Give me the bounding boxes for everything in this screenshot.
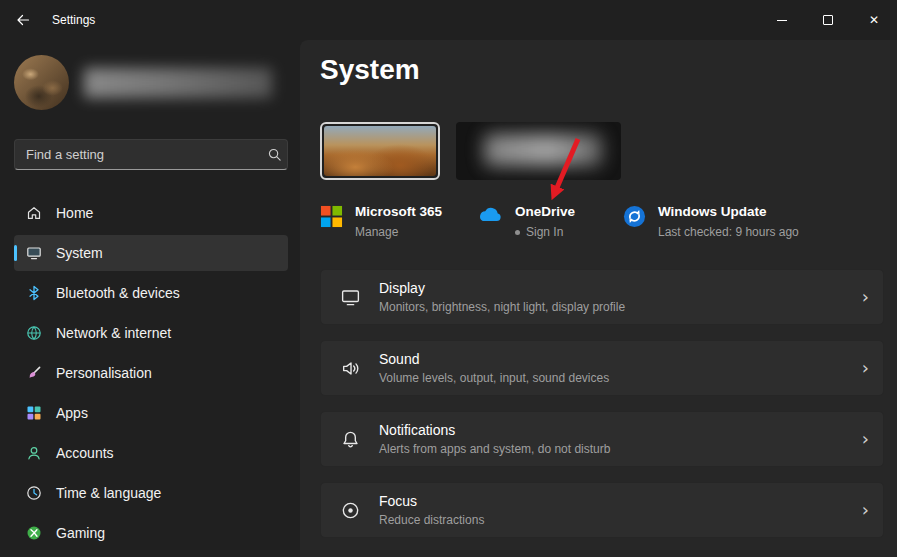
time-language-icon — [26, 485, 42, 501]
sidebar-item-home[interactable]: Home — [14, 195, 288, 231]
bluetooth-icon — [26, 285, 42, 301]
back-button[interactable] — [6, 5, 40, 35]
quick-card-subtitle: Last checked: 9 hours ago — [658, 225, 799, 239]
sound-icon — [339, 357, 361, 379]
sidebar-item-label: Bluetooth & devices — [56, 285, 180, 301]
chevron-right-icon: › — [862, 359, 869, 377]
quick-cards: Microsoft 365 Manage OneDrive Sign In — [320, 204, 884, 239]
back-arrow-icon — [16, 13, 30, 27]
personalisation-icon — [26, 365, 42, 381]
titlebar: Settings ✕ — [0, 0, 897, 40]
sidebar-item-personalisation[interactable]: Personalisation — [14, 355, 288, 391]
sidebar-item-apps[interactable]: Apps — [14, 395, 288, 431]
window-title: Settings — [52, 13, 95, 27]
sidebar-item-label: Network & internet — [56, 325, 171, 341]
row-title: Notifications — [379, 422, 610, 438]
row-title: Display — [379, 280, 625, 296]
quick-card-title: OneDrive — [515, 204, 575, 219]
quick-card-microsoft-365[interactable]: Microsoft 365 Manage — [320, 204, 476, 239]
user-account-button[interactable] — [14, 55, 288, 110]
windows-update-icon — [623, 205, 646, 228]
device-header — [320, 122, 884, 180]
sidebar: Home System Bluetooth & devices — [0, 40, 300, 557]
onedrive-icon — [476, 205, 503, 223]
row-subtitle: Monitors, brightness, night light, displ… — [379, 300, 625, 314]
row-subtitle: Volume levels, output, input, sound devi… — [379, 371, 609, 385]
microsoft-365-icon — [320, 205, 343, 228]
row-title: Sound — [379, 351, 609, 367]
accounts-icon — [26, 445, 42, 461]
sidebar-item-system[interactable]: System — [14, 235, 288, 271]
sidebar-nav: Home System Bluetooth & devices — [14, 195, 288, 551]
sidebar-item-gaming[interactable]: Gaming — [14, 515, 288, 551]
quick-card-onedrive[interactable]: OneDrive Sign In — [476, 204, 623, 239]
display-icon — [339, 286, 361, 308]
settings-row-display[interactable]: Display Monitors, brightness, night ligh… — [320, 269, 884, 325]
row-title: Focus — [379, 493, 484, 509]
sidebar-item-label: Accounts — [56, 445, 114, 461]
settings-rows: Display Monitors, brightness, night ligh… — [320, 269, 884, 538]
settings-row-notifications[interactable]: Notifications Alerts from apps and syste… — [320, 411, 884, 467]
search-box — [14, 139, 288, 170]
maximize-icon — [823, 15, 833, 25]
sidebar-item-label: Personalisation — [56, 365, 152, 381]
sidebar-item-network-internet[interactable]: Network & internet — [14, 315, 288, 351]
page-title: System — [320, 54, 884, 86]
minimize-icon — [777, 20, 787, 21]
quick-card-windows-update[interactable]: Windows Update Last checked: 9 hours ago — [623, 204, 799, 239]
home-icon — [26, 205, 42, 221]
sidebar-item-bluetooth-devices[interactable]: Bluetooth & devices — [14, 275, 288, 311]
device-name-card — [456, 122, 621, 180]
notifications-icon — [339, 428, 361, 450]
row-subtitle: Reduce distractions — [379, 513, 484, 527]
settings-row-sound[interactable]: Sound Volume levels, output, input, soun… — [320, 340, 884, 396]
sidebar-item-label: System — [56, 245, 103, 261]
device-name-redacted — [484, 134, 602, 166]
quick-card-title: Windows Update — [658, 204, 799, 219]
sidebar-item-label: Home — [56, 205, 93, 221]
focus-icon — [339, 499, 361, 521]
device-preview-card — [320, 122, 440, 180]
search-icon[interactable] — [261, 147, 287, 162]
quick-card-subtitle[interactable]: Manage — [355, 225, 398, 239]
window-controls: ✕ — [759, 0, 897, 40]
minimize-button[interactable] — [759, 0, 805, 40]
maximize-button[interactable] — [805, 0, 851, 40]
search-input[interactable] — [15, 140, 261, 169]
avatar — [14, 55, 69, 110]
close-icon: ✕ — [869, 13, 879, 27]
sidebar-item-time-language[interactable]: Time & language — [14, 475, 288, 511]
device-wallpaper-thumbnail — [324, 126, 436, 176]
quick-card-subtitle[interactable]: Sign In — [526, 225, 563, 239]
main-panel: System Microsoft 365 Manage — [300, 40, 897, 557]
network-icon — [26, 325, 42, 341]
row-subtitle: Alerts from apps and system, do not dist… — [379, 442, 610, 456]
close-button[interactable]: ✕ — [851, 0, 897, 40]
settings-window: Settings ✕ — [0, 0, 897, 557]
settings-row-focus[interactable]: Focus Reduce distractions › — [320, 482, 884, 538]
sidebar-item-accounts[interactable]: Accounts — [14, 435, 288, 471]
username-redacted — [84, 68, 272, 98]
chevron-right-icon: › — [862, 501, 869, 519]
content: Home System Bluetooth & devices — [0, 40, 897, 557]
system-icon — [26, 245, 42, 261]
sidebar-item-label: Apps — [56, 405, 88, 421]
quick-card-title: Microsoft 365 — [355, 204, 442, 219]
sidebar-item-label: Gaming — [56, 525, 105, 541]
apps-icon — [26, 405, 42, 421]
gaming-icon — [26, 525, 42, 541]
sidebar-item-label: Time & language — [56, 485, 161, 501]
onedrive-status-dot — [515, 230, 520, 235]
chevron-right-icon: › — [862, 288, 869, 306]
chevron-right-icon: › — [862, 430, 869, 448]
